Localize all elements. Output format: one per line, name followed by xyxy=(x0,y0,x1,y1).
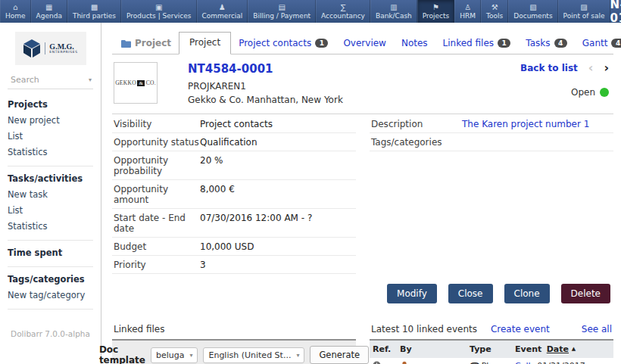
nav-item-point-of-sale[interactable]: ▨Point of sale xyxy=(558,0,610,23)
status-label: Open xyxy=(571,87,595,98)
event-ref-cell: 570 xyxy=(370,358,397,364)
field-label: Opportunity probability xyxy=(114,155,200,176)
tab-overview[interactable]: Overview xyxy=(335,33,394,54)
field-value: Project contacts xyxy=(200,119,273,129)
tab-project-contacts[interactable]: Project contacts1 xyxy=(231,33,335,54)
gekko-amp: & xyxy=(137,80,145,86)
create-event-link[interactable]: Create event xyxy=(491,324,550,334)
sidebar-heading-projects: Projects xyxy=(8,98,93,112)
sidebar-item-new-task[interactable]: New task xyxy=(8,186,93,202)
col-by[interactable]: By xyxy=(397,340,467,358)
tab-label: Linked files xyxy=(443,38,495,48)
tab-badge: 4 xyxy=(611,39,621,48)
box-icon: ▣ xyxy=(155,3,162,12)
col-type[interactable]: Type xyxy=(467,340,512,358)
detail-row-opportunity-amount: Opportunity amount8,000 € xyxy=(112,180,356,209)
user-avatar-icon xyxy=(400,361,409,364)
project-icon: ⚑ xyxy=(432,3,439,12)
sidebar-item-new-project[interactable]: New project xyxy=(8,112,93,128)
tab-label: Project contacts xyxy=(239,38,311,48)
search-input[interactable] xyxy=(9,74,77,86)
col-ref[interactable]: Ref. xyxy=(370,340,397,358)
sidebar-item-project-list[interactable]: List xyxy=(8,128,93,144)
nav-item-products-services[interactable]: ▣Products | Services xyxy=(121,0,197,23)
gekko-left: GEKKO xyxy=(115,79,136,86)
project-ref-block: NT4584-0001 PROJKAREN1 Gekko & Co. Manha… xyxy=(188,62,343,105)
company-logo-text: G.M.G. ENTERPRISES xyxy=(45,42,77,54)
sidebar-search: ▾ xyxy=(8,73,93,89)
app-version: Dolibarr 7.0.0-alpha xyxy=(0,329,101,338)
project-folder-icon xyxy=(121,39,131,48)
nav-item-hrm[interactable]: ♙HRM xyxy=(454,0,481,23)
folder-icon: ▧ xyxy=(529,3,536,12)
caret-down-icon: ▾ xyxy=(189,352,192,359)
events-links: Create event See all xyxy=(491,324,612,334)
thirdparty-logo: GEKKO & CO. xyxy=(114,62,158,104)
sidebar-group-tags: Tags/categories New tag/category xyxy=(8,267,93,310)
nav-label: HRM xyxy=(460,12,476,20)
project-label: PROJKAREN1 xyxy=(188,81,343,92)
user-icon: ♙ xyxy=(464,3,471,12)
nav-item-tools[interactable]: ⚒Tools xyxy=(481,0,508,23)
tab-tasks[interactable]: Tasks4 xyxy=(518,33,574,54)
project-thirdparty: Gekko & Co. Manhattan, New York xyxy=(188,95,343,105)
see-all-link[interactable]: See all xyxy=(582,324,612,334)
tab-badge: 1 xyxy=(498,39,510,48)
tab-notes[interactable]: Notes xyxy=(394,33,435,54)
next-record-icon[interactable]: › xyxy=(604,62,609,74)
sidebar-item-task-statistics[interactable]: Statistics xyxy=(8,218,93,234)
home-icon: ⌂ xyxy=(13,3,17,12)
nav-item-documents[interactable]: ▧Documents xyxy=(508,0,557,23)
nav-item-commercial[interactable]: ♟Commercial xyxy=(197,0,248,23)
tab-label: Overview xyxy=(343,38,386,48)
back-to-list-link[interactable]: Back to list xyxy=(520,63,578,73)
gekko-logo-text: GEKKO & CO. xyxy=(115,79,156,86)
bank-icon: ▥ xyxy=(390,3,397,12)
tab-label: Tasks xyxy=(526,38,550,48)
modify-button[interactable]: Modify xyxy=(387,284,437,303)
language-select[interactable]: English (United St... ▾ xyxy=(203,347,304,363)
event-date-cell: 01/31/2017 08:52 PM xyxy=(524,358,598,364)
nav-label: Projects xyxy=(423,12,449,20)
sidebar-item-new-tag[interactable]: New tag/category xyxy=(8,287,93,303)
tab-gantt[interactable]: Gantt4 xyxy=(575,33,621,54)
banknote-icon: ▤ xyxy=(279,3,286,12)
logo-subtitle: ENTERPRISES xyxy=(49,51,77,54)
nav-item-bank-cash[interactable]: ▥Bank/Cash xyxy=(370,0,417,23)
nav-item-projects[interactable]: ⚑Projects xyxy=(417,0,454,23)
template-select[interactable]: beluga ▾ xyxy=(151,347,198,363)
environment-badge: N-01 xyxy=(610,0,621,25)
tab-label: Notes xyxy=(401,38,428,48)
field-value: The Karen project number 1 xyxy=(462,119,589,129)
nav-item-billing-payment[interactable]: ▤Billing / Payment xyxy=(248,0,316,23)
detail-row-priority: Priority3 xyxy=(112,256,356,274)
tab-linked-files[interactable]: Linked files1 xyxy=(435,33,519,54)
close-button[interactable]: Close xyxy=(448,284,493,303)
sidebar-item-task-list[interactable]: List xyxy=(8,202,93,218)
events-section: Latest 10 linked events Create event See… xyxy=(370,322,613,364)
search-caret-icon[interactable]: ▾ xyxy=(89,76,92,83)
tab-project[interactable]: Project xyxy=(179,32,231,54)
nav-item-agenda[interactable]: ▦Agenda xyxy=(31,0,67,23)
event-label-cell: Call the boss xyxy=(512,358,524,364)
clone-button[interactable]: Clone xyxy=(504,284,550,303)
col-date-label: Date xyxy=(547,344,569,354)
nav-item-home[interactable]: ⌂Home xyxy=(0,0,31,23)
nav-item-accountancy[interactable]: ∑Accountancy xyxy=(316,0,370,23)
nav-item-third-parties[interactable]: ▩Third parties xyxy=(67,0,121,23)
generate-button[interactable]: Generate xyxy=(310,346,369,364)
event-status-cell xyxy=(598,358,613,364)
events-header-row: Ref. By Type Event Date ▲ xyxy=(370,340,613,358)
record-navigation: Back to list ‹ › xyxy=(520,62,609,74)
tab-badge: 1 xyxy=(315,39,328,48)
sidebar-group-projects: Projects New project List Statistics xyxy=(8,92,93,166)
field-value: 20 % xyxy=(200,155,223,176)
sidebar-item-project-statistics[interactable]: Statistics xyxy=(8,144,93,160)
sidebar-heading-time-spent[interactable]: Time spent xyxy=(8,246,93,260)
col-event[interactable]: Event xyxy=(512,340,524,358)
event-type-cell: ☎Phone call xyxy=(467,358,512,364)
field-label: Opportunity amount xyxy=(114,184,200,205)
field-label: Opportunity status xyxy=(114,137,200,148)
delete-button[interactable]: Delete xyxy=(561,284,610,303)
template-value: beluga xyxy=(156,350,185,360)
